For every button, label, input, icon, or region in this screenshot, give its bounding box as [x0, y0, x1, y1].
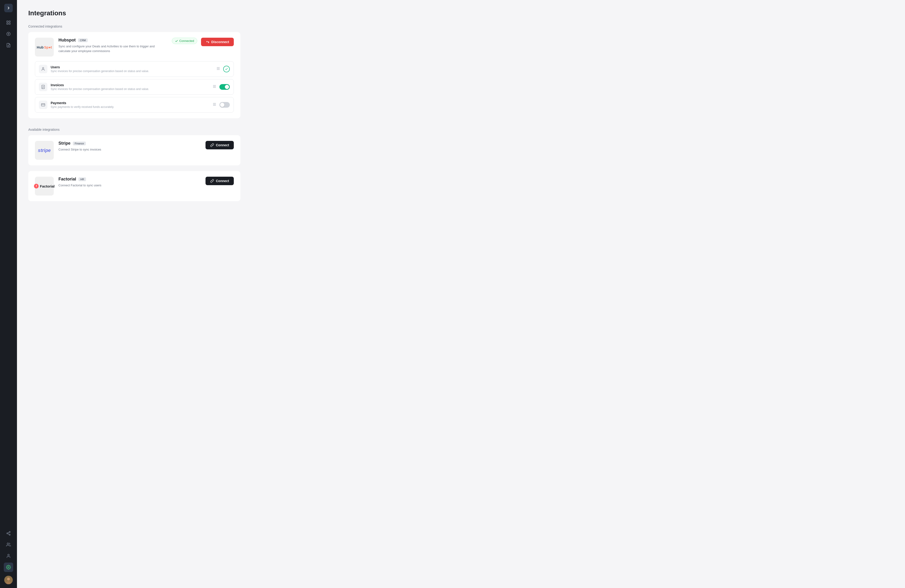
sub-item-users: Users Sync invoices for precise compensa…: [35, 61, 234, 77]
stripe-header: stripe Stripe Finance Connect Stripe to …: [35, 141, 234, 160]
users-name: Users: [51, 65, 213, 69]
hubspot-header: HubSp●t Hubspot CRM Sync and configure y…: [35, 38, 234, 57]
svg-rect-0: [7, 21, 8, 22]
sidebar-item-reports[interactable]: [4, 41, 13, 50]
svg-rect-1: [9, 21, 10, 22]
stripe-actions: Connect: [205, 141, 234, 149]
payments-icon: [39, 101, 48, 109]
page-title: Integrations: [28, 10, 894, 17]
users-desc: Sync invoices for precise compensation g…: [51, 70, 213, 73]
factorial-info: Factorial HR Connect Factorial to sync u…: [59, 177, 201, 188]
svg-rect-29: [41, 104, 45, 106]
hubspot-tag: CRM: [78, 38, 88, 42]
svg-point-7: [9, 531, 10, 533]
disconnect-icon: [206, 40, 210, 44]
sidebar-item-settings[interactable]: [4, 563, 13, 572]
invoices-icon: [39, 83, 48, 91]
factorial-name-row: Factorial HR: [59, 177, 201, 182]
main-content: Integrations Connected integrations HubS…: [17, 0, 905, 588]
factorial-logo: f Factorial: [35, 177, 54, 195]
factorial-connect-button[interactable]: Connect: [205, 177, 234, 185]
invoices-info: Invoices Sync invoices for precise compe…: [51, 83, 209, 91]
stripe-info: Stripe Finance Connect Stripe to sync in…: [59, 141, 201, 152]
svg-point-16: [7, 578, 10, 580]
svg-rect-3: [9, 23, 10, 24]
check-icon: [175, 40, 178, 43]
disconnect-button[interactable]: Disconnect: [201, 38, 234, 46]
connected-section-label: Connected integrations: [28, 24, 894, 28]
hubspot-actions: Connected Disconnect: [172, 38, 234, 46]
svg-point-14: [8, 567, 9, 568]
svg-point-18: [43, 67, 44, 69]
sub-item-payments: Payments Sync payments to verify receive…: [35, 97, 234, 113]
toggle-invoices[interactable]: [219, 84, 230, 90]
payments-controls: [212, 102, 230, 108]
svg-line-10: [8, 534, 9, 534]
payments-name: Payments: [51, 101, 209, 105]
factorial-tag: HR: [78, 178, 86, 181]
users-icon: [39, 65, 48, 73]
filter-icon-payments[interactable]: [212, 102, 217, 108]
sub-item-invoices: Invoices Sync invoices for precise compe…: [35, 79, 234, 95]
available-section-label: Available integrations: [28, 128, 894, 132]
svg-rect-22: [42, 85, 44, 89]
svg-point-12: [7, 543, 9, 545]
sidebar-item-connections[interactable]: [4, 540, 13, 549]
sidebar-item-workflows[interactable]: [4, 529, 13, 538]
connected-badge: Connected: [172, 38, 197, 44]
svg-point-9: [9, 534, 10, 535]
factorial-actions: Connect: [205, 177, 234, 185]
check-circle-users: [223, 66, 230, 72]
stripe-desc: Connect Stripe to sync invoices: [59, 147, 201, 152]
sidebar-logo: [4, 4, 13, 12]
avatar[interactable]: [4, 576, 13, 584]
payments-desc: Sync payments to verify received funds a…: [51, 105, 209, 109]
filter-icon-users[interactable]: [216, 67, 221, 71]
sidebar-item-dashboard[interactable]: [4, 18, 13, 27]
toggle-payments[interactable]: [219, 102, 230, 108]
stripe-connect-button[interactable]: Connect: [205, 141, 234, 149]
hubspot-sub-items: Users Sync invoices for precise compensa…: [35, 61, 234, 113]
sidebar-item-team[interactable]: [4, 551, 13, 561]
invoices-desc: Sync invoices for precise compensation g…: [51, 87, 209, 91]
hubspot-desc: Sync and configure your Deals and Activi…: [59, 44, 167, 53]
payments-info: Payments Sync payments to verify receive…: [51, 101, 209, 109]
link-icon-factorial: [210, 179, 214, 183]
users-controls: [216, 66, 230, 72]
factorial-icon: f: [34, 184, 39, 189]
link-icon: [210, 143, 214, 147]
stripe-name: Stripe: [59, 141, 70, 146]
svg-rect-2: [7, 23, 8, 24]
stripe-tag: Finance: [73, 141, 86, 145]
hubspot-logo: HubSp●t: [35, 38, 54, 57]
hubspot-name-row: Hubspot CRM: [59, 38, 167, 43]
factorial-desc: Connect Factorial to sync users: [59, 183, 201, 188]
factorial-card: f Factorial Factorial HR Connect Factori…: [28, 171, 240, 201]
filter-icon-invoices[interactable]: [212, 84, 217, 90]
sidebar-item-commissions[interactable]: [4, 29, 13, 39]
stripe-name-row: Stripe Finance: [59, 141, 201, 146]
hubspot-card: HubSp●t Hubspot CRM Sync and configure y…: [28, 32, 240, 118]
stripe-logo: stripe: [35, 141, 54, 160]
svg-point-8: [7, 533, 8, 534]
users-info: Users Sync invoices for precise compensa…: [51, 65, 213, 73]
factorial-name: Factorial: [59, 177, 76, 182]
svg-point-13: [8, 554, 10, 556]
factorial-header: f Factorial Factorial HR Connect Factori…: [35, 177, 234, 195]
invoices-controls: [212, 84, 230, 90]
hubspot-name: Hubspot: [59, 38, 76, 43]
hubspot-info: Hubspot CRM Sync and configure your Deal…: [59, 38, 167, 53]
invoices-name: Invoices: [51, 83, 209, 87]
svg-line-11: [8, 532, 9, 533]
stripe-card: stripe Stripe Finance Connect Stripe to …: [28, 135, 240, 165]
sidebar: [0, 0, 17, 588]
